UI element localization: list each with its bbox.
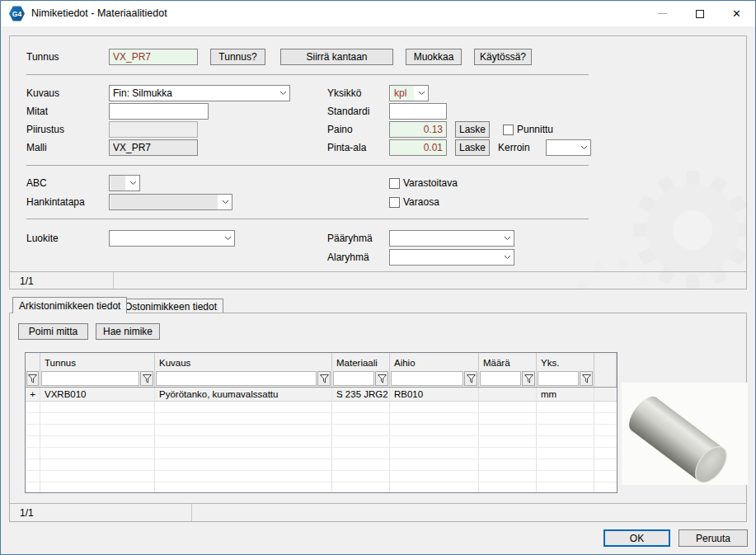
table-filter-row — [26, 369, 617, 388]
maximize-button[interactable] — [681, 1, 718, 26]
table-header-materiaali[interactable]: Materiaali — [332, 353, 390, 369]
standardi-input[interactable] — [389, 103, 447, 120]
table-header-maara[interactable]: Määrä — [479, 353, 537, 369]
filter-input-yks[interactable] — [538, 371, 579, 386]
minimize-button[interactable] — [644, 1, 681, 26]
kaytossa-query-button[interactable]: Käytössä? — [474, 49, 532, 65]
ok-button[interactable]: OK — [603, 529, 670, 547]
punnittu-checkbox[interactable] — [503, 125, 514, 135]
statusbar-divider — [191, 504, 192, 521]
empty-cell — [537, 459, 594, 471]
kerroin-select[interactable] — [546, 139, 591, 156]
filter-input-kuvaus[interactable] — [156, 371, 317, 386]
table-header-aihio[interactable]: Aihio — [390, 353, 479, 369]
filter-funnel-icon[interactable] — [26, 371, 39, 386]
form-record-counter: 1/1 — [20, 275, 34, 287]
chevron-down-icon — [577, 145, 590, 150]
table-header-kuvaus[interactable]: Kuvaus — [155, 353, 332, 369]
table-row-empty[interactable] — [26, 482, 617, 493]
laske-pinta-ala-button[interactable]: Laske — [455, 139, 490, 156]
empty-cell — [594, 448, 617, 459]
yksikko-select[interactable]: kpl — [389, 85, 429, 101]
cancel-button[interactable]: Peruuta — [679, 529, 748, 547]
table-empty-rows — [26, 402, 617, 493]
filter-input-tunnus[interactable] — [41, 371, 139, 386]
empty-cell — [479, 413, 537, 425]
table-row-empty[interactable] — [26, 448, 617, 459]
luokite-select[interactable] — [109, 230, 235, 247]
cell-kuvaus: Pyörötanko, kuumavalssattu — [155, 388, 332, 402]
tab-arkistonimikkeen-tiedot[interactable]: Arkistonimikkeen tiedot — [12, 297, 127, 313]
cell-aihio: RB010 — [390, 388, 479, 402]
close-button[interactable]: ✕ — [718, 1, 755, 26]
empty-cell — [40, 448, 155, 459]
empty-cell — [390, 471, 479, 482]
empty-cell — [537, 448, 594, 459]
hankintatapa-select[interactable] — [109, 194, 232, 210]
table-header-yks[interactable]: Yks. — [537, 353, 594, 369]
tunnus-query-button[interactable]: Tunnus? — [210, 49, 265, 65]
abc-value — [110, 176, 125, 190]
tab-ostonimikkeen-tiedot[interactable]: Ostonimikkeen tiedot — [118, 299, 223, 313]
table-row-empty[interactable] — [26, 471, 617, 482]
table-row-empty[interactable] — [26, 436, 617, 448]
paino-input[interactable] — [389, 121, 447, 138]
abc-select[interactable] — [109, 175, 140, 191]
pinta-ala-input[interactable] — [389, 139, 447, 156]
empty-cell — [40, 402, 155, 413]
varaosa-checkbox-group: Varaosa — [389, 196, 439, 208]
table-row[interactable]: + VXRB010 Pyörötanko, kuumavalssattu S 2… — [26, 388, 617, 402]
filter-funnel-icon[interactable] — [140, 371, 153, 386]
malli-input[interactable] — [109, 139, 198, 156]
row-expander[interactable]: + — [26, 388, 40, 402]
chevron-down-icon — [500, 236, 514, 241]
table-header-expander — [26, 353, 40, 369]
siirra-kantaan-button[interactable]: Siirrä kantaan — [280, 49, 393, 65]
empty-cell — [155, 413, 332, 425]
abc-label: ABC — [26, 177, 47, 189]
form-record-statusbar: 1/1 — [10, 271, 746, 289]
table-row-empty[interactable] — [26, 459, 617, 471]
paaryhma-select[interactable] — [389, 230, 514, 247]
filter-funnel-icon[interactable] — [522, 371, 535, 386]
filter-funnel-icon[interactable] — [580, 371, 593, 386]
poimi-mitta-button[interactable]: Poimi mitta — [18, 323, 88, 340]
table-row-empty[interactable] — [26, 402, 617, 413]
empty-cell — [332, 436, 390, 448]
mitat-label: Mitat — [26, 106, 48, 117]
empty-cell — [594, 482, 617, 493]
empty-cell — [390, 413, 479, 425]
cell-maara — [479, 388, 537, 402]
mitat-input[interactable] — [109, 103, 209, 120]
filter-funnel-icon[interactable] — [375, 371, 388, 386]
filter-input-materiaali[interactable] — [333, 371, 374, 386]
empty-cell — [390, 482, 479, 493]
empty-cell — [537, 471, 594, 482]
varaosa-label: Varaosa — [403, 196, 439, 208]
filter-funnel-icon[interactable] — [464, 371, 477, 386]
tunnus-input[interactable] — [109, 49, 198, 65]
punnittu-label: Punnittu — [517, 124, 553, 135]
empty-cell — [332, 413, 390, 425]
muokkaa-button[interactable]: Muokkaa — [406, 49, 462, 65]
varastoitava-checkbox[interactable] — [389, 178, 400, 189]
empty-cell — [332, 402, 390, 413]
empty-cell — [155, 425, 332, 436]
table-header-tunnus[interactable]: Tunnus — [40, 353, 155, 369]
table-row-empty[interactable] — [26, 425, 617, 436]
statusbar-divider — [113, 272, 114, 289]
alaryhma-select[interactable] — [389, 249, 514, 266]
kuvaus-select[interactable]: Fin: Silmukka — [109, 85, 290, 101]
filter-input-maara[interactable] — [480, 371, 521, 386]
alaryhma-value — [390, 250, 500, 265]
hae-nimike-button[interactable]: Hae nimike — [96, 323, 160, 340]
laske-paino-button[interactable]: Laske — [455, 121, 490, 138]
filter-funnel-icon[interactable] — [317, 371, 331, 386]
material-table: Tunnus Kuvaus Materiaali Aihio Määrä Yks… — [25, 352, 617, 493]
filter-input-aihio[interactable] — [391, 371, 463, 386]
table-row-empty[interactable] — [26, 413, 617, 425]
tunnus-label: Tunnus — [26, 51, 59, 63]
piirustus-input[interactable] — [109, 121, 198, 138]
varaosa-checkbox[interactable] — [389, 197, 400, 208]
empty-cell — [390, 436, 479, 448]
